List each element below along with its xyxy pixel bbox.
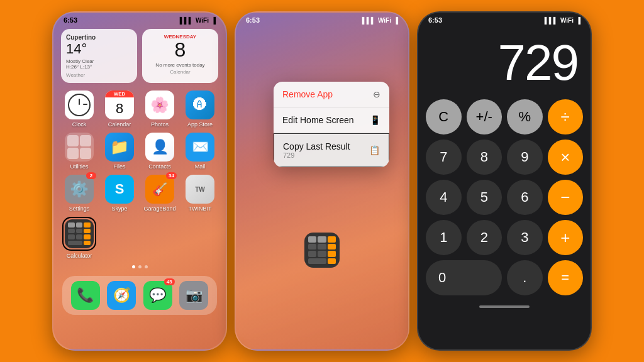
key-percent[interactable]: % [507,99,543,134]
context-copy-result[interactable]: Copy Last Result 729 📋 [274,133,389,167]
cal-app-header: WED [105,90,134,97]
status-bar-1: 6:53 ▌▌▌ WiFi ▐ [53,13,226,25]
messages-badge: 45 [164,278,175,285]
status-icons-1: ▌▌▌ WiFi ▐ [180,17,216,24]
weather-condition: Mostly Clear [66,58,132,64]
key-plus[interactable]: + [548,220,584,255]
app-utilities[interactable]: Utilities [62,133,96,170]
app-garageband-label: GarageBand [143,206,175,212]
copy-icon: 📋 [369,145,380,155]
app-appstore[interactable]: 🅐 App Store [183,90,217,128]
context-menu: Remove App ⊖ Edit Home Screen 📱 Copy Las… [274,82,389,167]
phone-contextmenu: 6:53 ▌▌▌ WiFi ▐ Remove App ⊖ Edit Home S… [235,11,409,351]
page-dots [53,261,226,271]
app-settings-label: Settings [69,206,90,212]
key-4[interactable]: 4 [426,180,462,215]
calc-app-below[interactable] [304,233,340,268]
signal-icon-3: ▌▌▌ [545,17,558,24]
weather-widget[interactable]: Cupertino 14° Mostly Clear H:26° L:13° W… [61,29,137,83]
context-edit-label: Edit Home Screen [282,115,354,125]
app-calculator[interactable]: Calculator [62,217,96,259]
home-indicator [418,300,591,310]
key-plus-minus[interactable]: +/- [467,99,502,134]
apps-row-1: Clock WED 8 Calendar 🌸 Photos 🅐 App Stor… [53,88,226,130]
dock-phone[interactable]: 📞 [71,281,100,310]
app-skype-label: Skype [111,206,127,212]
key-1[interactable]: 1 [426,220,462,255]
cal-note: No more events today [147,62,213,68]
garageband-badge: 34 [166,172,177,179]
key-3[interactable]: 3 [507,220,543,255]
weather-hi-lo: H:26° L:13° [66,64,132,70]
app-calendar-label: Calendar [108,121,131,128]
app-photos-label: Photos [151,121,169,128]
context-remove-app[interactable]: Remove App ⊖ [274,82,389,107]
home-indicator-bar [479,305,530,308]
signal-icon: ▌▌▌ [180,17,193,24]
calendar-widget[interactable]: WEDNESDAY 8 No more events today Calenda… [142,29,218,83]
key-equals[interactable]: = [548,260,584,295]
app-settings[interactable]: ⚙️ 2 Settings [62,175,96,212]
apps-row-4: Calculator [53,214,226,261]
dock-messages[interactable]: 💬 45 [143,281,172,310]
weather-label: Weather [66,72,132,78]
app-utilities-label: Utilities [70,163,88,170]
key-minus[interactable]: − [548,180,584,215]
key-8[interactable]: 8 [467,140,502,175]
app-contacts[interactable]: 👤 Contacts [143,133,177,170]
weather-temp: 14° [66,41,132,57]
app-appstore-label: App Store [187,121,213,128]
key-dot[interactable]: . [507,260,543,295]
dot-3 [145,265,148,268]
calculator-keypad: C +/- % ÷ 7 8 9 × 4 5 6 − 1 2 3 + 0 . = [418,94,591,300]
dot-1 [132,265,135,268]
app-files[interactable]: 📁 Files [103,133,136,170]
phone-homescreen: 6:53 ▌▌▌ WiFi ▐ Cupertino 14° Mostly Cle… [52,11,227,351]
app-photos[interactable]: 🌸 Photos [143,90,177,128]
weather-city: Cupertino [66,34,132,41]
key-divide[interactable]: ÷ [548,99,584,134]
remove-icon: ⊖ [373,89,380,99]
apps-row-3: ⚙️ 2 Settings S Skype 🎸 34 GarageBand TW… [53,172,226,214]
context-edit-home[interactable]: Edit Home Screen 📱 [274,107,389,133]
key-7[interactable]: 7 [426,140,462,175]
signal-icon-2: ▌▌▌ [362,17,375,24]
battery-icon-3: ▐ [576,17,580,24]
dock-safari[interactable]: 🧭 [107,281,136,310]
edit-icon: 📱 [370,115,380,125]
phone-calculator-app: 6:53 ▌▌▌ WiFi ▐ 729 C +/- % ÷ 7 8 9 × 4 … [417,11,592,351]
status-bar-2: 6:53 ▌▌▌ WiFi ▐ [236,13,408,25]
app-skype[interactable]: S Skype [103,175,136,212]
phone2-content: 6:53 ▌▌▌ WiFi ▐ Remove App ⊖ Edit Home S… [236,13,408,349]
app-garageband[interactable]: 🎸 34 GarageBand [143,175,177,212]
apps-row-2: Utilities 📁 Files 👤 Contacts ✉️ Mail [53,130,226,172]
context-copy-sub: 729 [283,151,350,159]
key-9[interactable]: 9 [507,140,543,175]
app-twinbit[interactable]: TW TWINBIT [183,175,217,212]
key-0[interactable]: 0 [426,260,502,295]
calculator-display: 729 [418,25,591,94]
app-contacts-label: Contacts [148,163,171,170]
context-copy-label: Copy Last Result [283,141,350,151]
cal-app-day: 8 [105,97,134,119]
status-time-1: 6:53 [64,16,77,24]
app-calendar[interactable]: WED 8 Calendar [103,90,136,128]
status-icons-2: ▌▌▌ WiFi ▐ [362,17,398,24]
key-5[interactable]: 5 [467,180,502,215]
key-2[interactable]: 2 [467,220,502,255]
key-6[interactable]: 6 [507,180,543,215]
app-calculator-label: Calculator [62,253,96,259]
key-clear[interactable]: C [426,99,462,134]
app-mail[interactable]: ✉️ Mail [183,133,217,170]
calculator-result: 729 [431,38,578,88]
app-clock[interactable]: Clock [62,90,96,128]
dock-camera[interactable]: 📷 [179,281,208,310]
settings-badge: 2 [86,172,96,179]
status-time-3: 6:53 [428,16,442,24]
app-files-label: Files [113,163,125,170]
wifi-icon: WiFi [196,17,209,24]
dock: 📞 🧭 💬 45 📷 [62,276,217,315]
key-multiply[interactable]: × [548,140,584,175]
cal-label: Calendar [147,69,213,75]
status-time-2: 6:53 [246,16,260,24]
